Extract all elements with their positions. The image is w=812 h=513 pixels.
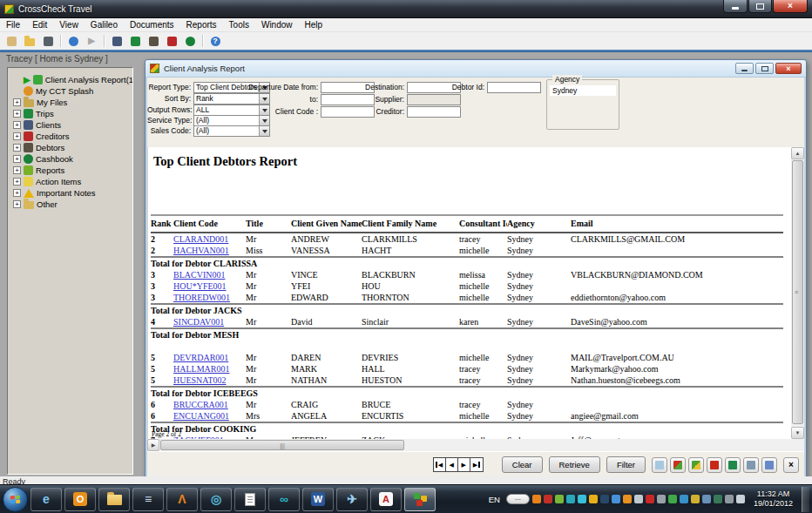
expand-icon[interactable]: + bbox=[13, 121, 21, 129]
expand-icon[interactable]: + bbox=[13, 132, 21, 140]
taskbar-app-word[interactable]: W bbox=[302, 488, 334, 511]
sidebar-item-cashbook[interactable]: +Cashbook bbox=[13, 153, 131, 165]
tray-icon[interactable] bbox=[702, 495, 711, 503]
expand-icon[interactable]: + bbox=[13, 144, 21, 152]
report-maximize-button[interactable] bbox=[755, 63, 774, 74]
scroll-down-icon[interactable]: ▼ bbox=[791, 427, 804, 439]
tray-icon[interactable] bbox=[589, 495, 598, 503]
export-chart-button[interactable] bbox=[670, 457, 686, 473]
menu-item-tools[interactable]: Tools bbox=[223, 18, 255, 31]
client-code-link[interactable]: HOU*YFE001 bbox=[173, 281, 227, 291]
tray-icon[interactable] bbox=[600, 495, 609, 503]
expand-icon[interactable]: + bbox=[13, 110, 21, 118]
client-code-link[interactable]: HUESNAT002 bbox=[173, 375, 227, 385]
report-close-button[interactable]: × bbox=[775, 63, 802, 74]
taskbar-app-notes-document[interactable] bbox=[234, 488, 266, 511]
tray-icon[interactable] bbox=[555, 495, 564, 503]
show-desktop-button[interactable] bbox=[802, 487, 809, 512]
print-button[interactable] bbox=[743, 457, 759, 473]
report-window-title-bar[interactable]: Client Analysis Report × bbox=[145, 60, 806, 78]
retrieve-button[interactable]: Retrieve bbox=[549, 456, 600, 473]
tray-icon[interactable] bbox=[680, 495, 688, 503]
agency-list-item[interactable]: Sydney bbox=[550, 85, 616, 96]
tray-icon[interactable] bbox=[657, 495, 666, 503]
expand-icon[interactable]: + bbox=[13, 189, 21, 197]
sidebar-item-clients[interactable]: +Clients bbox=[13, 119, 131, 131]
creditors-button[interactable] bbox=[164, 34, 179, 49]
client-code-link[interactable]: ENCUANG001 bbox=[173, 411, 229, 421]
taskbar-app-text-tool[interactable]: A bbox=[370, 488, 402, 511]
taskbar-app-internet-explorer[interactable]: e bbox=[30, 488, 62, 511]
globe-button[interactable] bbox=[65, 34, 81, 49]
first-page-button[interactable]: ◀ bbox=[434, 458, 446, 471]
taskbar-app-galileo-compass[interactable]: Λ bbox=[166, 488, 198, 511]
next-page-button[interactable]: ▶ bbox=[458, 458, 470, 471]
chevron-down-icon[interactable] bbox=[259, 126, 269, 136]
debtor-id-input[interactable] bbox=[487, 82, 541, 93]
expand-icon[interactable]: + bbox=[13, 200, 21, 208]
taskbar-clock[interactable]: 11:32 AM 19/01/2012 bbox=[748, 489, 799, 509]
tray-icon[interactable] bbox=[634, 495, 643, 503]
maximize-button[interactable] bbox=[748, 0, 772, 13]
tray-icon[interactable] bbox=[612, 495, 620, 503]
sidebar-item-other[interactable]: +Other bbox=[13, 199, 131, 210]
minimize-button[interactable] bbox=[723, 0, 748, 13]
start-button[interactable] bbox=[3, 487, 28, 512]
client-code-link[interactable]: BLACVIN001 bbox=[173, 270, 225, 280]
client-code-link[interactable]: BRUCCRA001 bbox=[173, 400, 228, 409]
taskbar-app-windows-explorer[interactable] bbox=[98, 488, 130, 511]
taskbar-app-swirl-app[interactable]: ◎ bbox=[200, 488, 232, 511]
client-code-link[interactable]: THOREDW001 bbox=[173, 293, 230, 302]
filter-button[interactable]: Filter bbox=[606, 456, 646, 473]
tray-icon[interactable] bbox=[623, 495, 632, 503]
sidebar-item-important-notes[interactable]: +Important Notes bbox=[13, 187, 131, 199]
search-binoculars-button[interactable] bbox=[40, 34, 56, 49]
debtors-bank-button[interactable] bbox=[145, 34, 161, 49]
menu-item-galileo[interactable]: Galileo bbox=[85, 18, 124, 31]
print-preview-button[interactable] bbox=[761, 457, 777, 473]
sidebar-item-debtors[interactable]: +Debtors bbox=[13, 142, 131, 153]
tray-icon[interactable] bbox=[668, 495, 677, 503]
export-data-button[interactable] bbox=[688, 457, 704, 473]
tray-icon[interactable] bbox=[532, 495, 541, 503]
scroll-up-icon[interactable]: ▲ bbox=[791, 147, 804, 159]
sidebar-item-my-cct-splash[interactable]: My CCT Splash bbox=[13, 85, 131, 97]
input-indicator-icon[interactable]: --- bbox=[506, 494, 530, 504]
last-page-button[interactable]: ▶ bbox=[470, 458, 483, 471]
close-report-button[interactable]: × bbox=[783, 457, 799, 473]
client-code-link[interactable]: DEVRDAR001 bbox=[173, 353, 228, 362]
tray-icon[interactable] bbox=[566, 495, 575, 503]
client-code-link[interactable]: HACHVAN001 bbox=[173, 246, 229, 255]
trips-palm-button[interactable] bbox=[127, 34, 143, 49]
taskbar-app-outlook[interactable]: O bbox=[64, 488, 96, 511]
tray-icon[interactable] bbox=[691, 495, 700, 503]
new-document-button[interactable] bbox=[3, 34, 19, 49]
menu-item-file[interactable]: File bbox=[0, 18, 26, 31]
tray-icon[interactable] bbox=[544, 495, 552, 503]
page-setup-button[interactable] bbox=[652, 457, 667, 473]
sales-code-select[interactable]: (All) bbox=[193, 125, 270, 137]
report-minimize-button[interactable] bbox=[735, 63, 754, 74]
taskbar-app-crosscheck-travel[interactable] bbox=[404, 488, 436, 511]
menu-item-edit[interactable]: Edit bbox=[26, 18, 53, 31]
open-folder-button[interactable] bbox=[22, 34, 37, 49]
taskbar-app-travelport-plane[interactable]: ✈ bbox=[336, 488, 368, 511]
tray-icon[interactable] bbox=[714, 495, 722, 503]
export-pdf-button[interactable] bbox=[707, 457, 722, 473]
tray-icon[interactable] bbox=[646, 495, 654, 503]
sidebar-item-action-items[interactable]: +Action Items bbox=[13, 176, 131, 187]
forward-arrow-button[interactable]: ▶ bbox=[84, 34, 99, 49]
menu-item-help[interactable]: Help bbox=[299, 18, 329, 31]
taskbar-app-address-book[interactable]: ≡ bbox=[132, 488, 164, 511]
chevron-down-icon[interactable] bbox=[259, 116, 269, 125]
sidebar-item-my-files[interactable]: +My Files bbox=[13, 97, 131, 108]
menu-item-reports[interactable]: Reports bbox=[180, 18, 223, 31]
clients-button[interactable] bbox=[109, 34, 125, 49]
expand-icon[interactable]: + bbox=[13, 98, 21, 106]
client-code-link[interactable]: HALLMAR001 bbox=[173, 364, 229, 374]
expand-icon[interactable]: + bbox=[13, 166, 21, 174]
client-code-link[interactable]: CLARAND001 bbox=[173, 234, 228, 244]
tray-icon[interactable] bbox=[578, 495, 586, 503]
horizontal-scrollbar-thumb[interactable]: ||| bbox=[160, 440, 404, 450]
vertical-scrollbar[interactable]: ▲ ≡ ▼ bbox=[791, 147, 804, 439]
